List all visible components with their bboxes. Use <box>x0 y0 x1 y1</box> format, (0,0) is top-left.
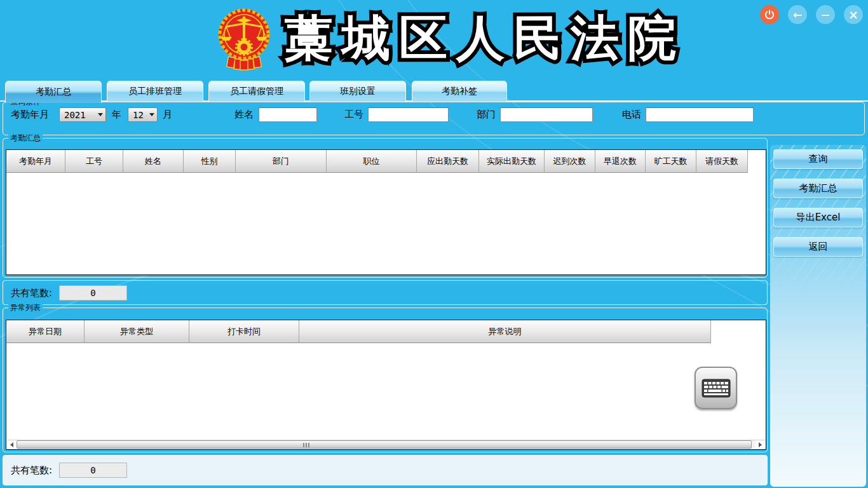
name-label: 姓名 <box>234 109 254 121</box>
summary-table-header-row: 考勤年月 工号 姓名 性别 部门 职位 应出勤天数 实际出勤天数 迟到次数 早退… <box>6 150 766 173</box>
tab-attendance-resign[interactable]: 考勤补签 <box>412 81 507 102</box>
back-arrow-icon: ← <box>793 8 802 21</box>
search-button[interactable]: 查询 <box>773 149 863 169</box>
return-button[interactable]: 返回 <box>773 237 863 257</box>
summary-count-value: 0 <box>59 285 127 301</box>
scroll-right-arrow[interactable] <box>756 440 765 449</box>
col-header-required-days[interactable]: 应出勤天数 <box>417 150 479 173</box>
col-header-leave-days[interactable]: 请假天数 <box>696 150 748 173</box>
action-panel: 查询 考勤汇总 导出Excel 返回 <box>770 145 866 487</box>
horizontal-scrollbar <box>7 440 765 449</box>
month-suffix-label: 月 <box>163 109 172 121</box>
page-title: 藁城区人民法院 藁城区人民法院 <box>285 6 653 70</box>
triangle-left-icon <box>10 442 13 447</box>
exceptions-table: 异常日期 异常类型 打卡时间 异常说明 <box>6 320 766 450</box>
month-select-value: 12 <box>128 110 147 120</box>
chevron-down-icon <box>95 113 105 116</box>
scrollbar-thumb[interactable] <box>17 440 752 449</box>
attendance-summary-button[interactable]: 考勤汇总 <box>773 179 863 198</box>
virtual-keyboard-button[interactable] <box>695 367 737 409</box>
minimize-icon: — <box>822 10 830 20</box>
power-icon <box>764 10 775 20</box>
attendance-month-label: 考勤年月 <box>11 109 49 121</box>
year-suffix-label: 年 <box>112 109 121 121</box>
department-label: 部门 <box>477 109 496 121</box>
keyboard-icon <box>702 379 731 398</box>
col-header-absent-days[interactable]: 旷工天数 <box>646 150 696 173</box>
attendance-summary-groupbox: 考勤汇总 考勤年月 工号 姓名 性别 部门 职位 应出勤天数 实际出勤天数 迟到… <box>3 138 768 278</box>
phone-label: 电话 <box>622 109 641 121</box>
department-input[interactable] <box>500 107 593 122</box>
scroll-left-arrow[interactable] <box>7 440 17 449</box>
name-input[interactable] <box>259 107 317 122</box>
query-conditions-groupbox: 查询条件 考勤年月 2021 年 12 月 姓名 工号 部门 电话 <box>3 102 865 135</box>
col-header-exception-type[interactable]: 异常类型 <box>85 320 189 343</box>
col-header-punch-time[interactable]: 打卡时间 <box>189 320 299 343</box>
col-header-attendance-month[interactable]: 考勤年月 <box>6 150 65 173</box>
tab-attendance-summary[interactable]: 考勤汇总 <box>5 81 102 103</box>
exceptions-count-panel: 共有笔数: 0 <box>3 455 768 485</box>
scrollbar-grip-icon <box>303 443 309 447</box>
col-header-actual-days[interactable]: 实际出勤天数 <box>479 150 545 173</box>
phone-input[interactable] <box>646 107 754 122</box>
col-header-exception-date[interactable]: 异常日期 <box>6 320 85 343</box>
court-emblem-logo <box>217 5 271 71</box>
col-header-employee-id[interactable]: 工号 <box>65 150 123 173</box>
minimize-button[interactable]: — <box>816 5 835 24</box>
back-button[interactable]: ← <box>788 5 807 24</box>
summary-group-title: 考勤汇总 <box>8 133 43 142</box>
col-header-late-count[interactable]: 迟到次数 <box>545 150 595 173</box>
close-button[interactable]: × <box>844 5 863 24</box>
employee-id-input[interactable] <box>368 107 449 122</box>
summary-count-label: 共有笔数: <box>11 287 52 299</box>
attendance-summary-table: 考勤年月 工号 姓名 性别 部门 职位 应出勤天数 实际出勤天数 迟到次数 早退… <box>6 149 766 275</box>
col-header-filler <box>711 320 766 343</box>
col-header-gender[interactable]: 性别 <box>184 150 236 173</box>
month-select[interactable]: 12 <box>128 107 158 122</box>
triangle-right-icon <box>759 442 762 447</box>
attendance-app-window: { "header": { "title": "藁城区人民法院", "icons… <box>0 0 868 488</box>
col-header-early-leave-count[interactable]: 早退次数 <box>595 150 646 173</box>
col-header-department[interactable]: 部门 <box>236 150 327 173</box>
employee-id-label: 工号 <box>344 109 363 121</box>
year-select-value: 2021 <box>60 110 95 120</box>
exceptions-group-title: 异常列表 <box>8 303 43 312</box>
col-header-filler <box>748 150 766 173</box>
year-select[interactable]: 2021 <box>59 107 106 122</box>
tab-shift-management[interactable]: 员工排班管理 <box>107 81 203 102</box>
col-header-exception-note[interactable]: 异常说明 <box>299 320 711 343</box>
col-header-name[interactable]: 姓名 <box>123 150 184 173</box>
summary-count-panel: 共有笔数: 0 <box>3 280 768 305</box>
exceptions-table-header-row: 异常日期 异常类型 打卡时间 异常说明 <box>6 320 766 343</box>
export-excel-button[interactable]: 导出Excel <box>773 208 863 227</box>
tab-leave-management[interactable]: 员工请假管理 <box>208 81 305 102</box>
power-button[interactable] <box>760 5 779 24</box>
chevron-down-icon <box>147 113 157 116</box>
exceptions-count-value: 0 <box>59 463 127 478</box>
tab-shift-type-settings[interactable]: 班别设置 <box>309 81 406 102</box>
exceptions-groupbox: 异常列表 异常日期 异常类型 打卡时间 异常说明 <box>3 308 768 452</box>
close-icon: × <box>848 8 858 22</box>
exceptions-count-label: 共有笔数: <box>11 464 52 477</box>
col-header-position[interactable]: 职位 <box>327 150 417 173</box>
